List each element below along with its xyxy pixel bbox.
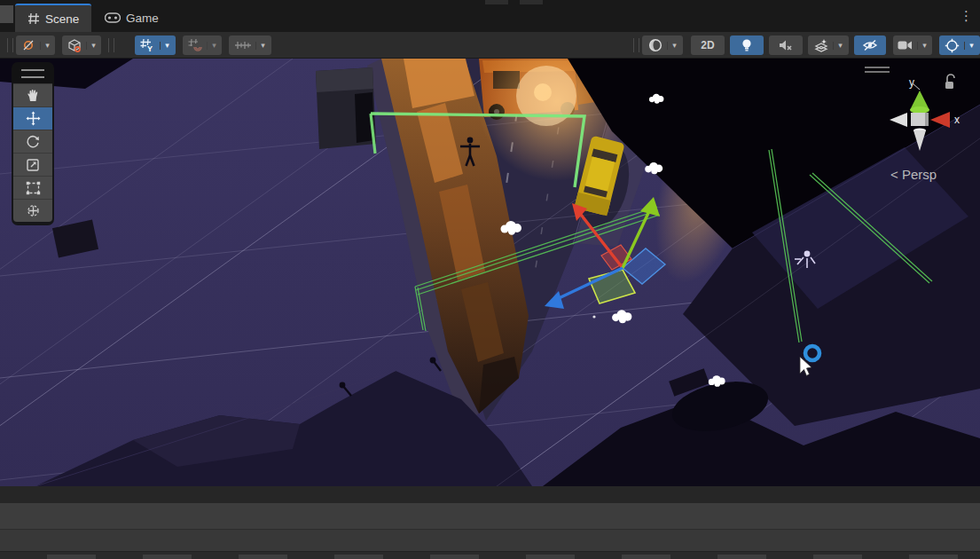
chevron-down-icon: ▾	[91, 42, 96, 50]
pivot-icon	[17, 39, 40, 51]
tab-game[interactable]: Game	[92, 4, 171, 32]
pivot-dropdown[interactable]: ▾	[40, 42, 55, 50]
rotate-icon	[26, 135, 40, 149]
background-tab-stub	[520, 0, 543, 4]
tool-rotate[interactable]	[13, 130, 52, 153]
camera-dropdown[interactable]: ▾	[917, 42, 932, 50]
search-scope-row: In Packages In Assets Selected folder	[0, 529, 980, 551]
project-panel-header: ⋮	[0, 486, 980, 503]
chevron-down-icon: ▾	[672, 42, 677, 50]
camera-icon	[894, 40, 917, 51]
tool-view-hand[interactable]	[13, 83, 52, 106]
audio-mute-button[interactable]	[769, 35, 803, 55]
scene-viewport[interactable]: y x < Persp	[0, 59, 980, 486]
chevron-down-icon: ▾	[969, 42, 974, 50]
effects-layers-icon	[810, 39, 833, 52]
orientation-dropdown[interactable]: ▾	[86, 42, 101, 50]
tab-scene-label: Scene	[45, 12, 79, 26]
project-search-row: × ★	[0, 503, 980, 529]
shading-dropdown[interactable]: ▾	[667, 42, 682, 50]
speaker-muted-icon	[779, 39, 793, 51]
scene-camera-button[interactable]: ▾	[893, 35, 932, 55]
background-tab-stub	[485, 0, 508, 4]
toolbar-separator	[7, 38, 13, 52]
gizmos-dropdown[interactable]: ▾	[964, 42, 979, 50]
asset-grid-top	[0, 551, 980, 559]
overlay-drag-handle[interactable]	[21, 69, 44, 78]
eye-slash-icon	[862, 39, 878, 51]
chevron-down-icon: ▾	[838, 42, 843, 50]
gamepad-icon	[105, 12, 121, 23]
tool-move[interactable]	[13, 106, 52, 130]
scene-grid-icon	[27, 12, 40, 25]
tool-rect[interactable]	[13, 176, 52, 199]
tab-bar: Scene Game ⋮	[0, 0, 980, 32]
scene-toolbar: ▾ ▾ Y ▾	[0, 32, 980, 59]
snap-dropdown[interactable]: ▾	[207, 42, 222, 50]
handle-orientation-button[interactable]: ▾	[62, 35, 101, 55]
axis-y-label: y	[909, 76, 914, 89]
light-bulb-icon	[741, 38, 752, 52]
shading-mode-button[interactable]: ▾	[642, 35, 683, 55]
gizmos-icon	[941, 38, 964, 53]
increment-dropdown[interactable]: ▾	[255, 42, 270, 50]
tool-transform[interactable]	[13, 199, 52, 222]
grid-axis-icon: Y	[137, 39, 160, 52]
grid-visibility-button[interactable]: Y ▾	[135, 35, 176, 55]
effects-dropdown[interactable]: ▾	[833, 42, 848, 50]
shaded-sphere-icon	[644, 38, 667, 52]
increment-snap-button[interactable]: ▾	[229, 35, 271, 55]
axis-x-label: x	[954, 114, 960, 126]
hand-icon	[26, 89, 40, 103]
tool-scale[interactable]	[13, 153, 52, 176]
transform-icon	[26, 203, 41, 218]
pivot-mode-button[interactable]: ▾	[16, 35, 55, 55]
chevron-down-icon: ▾	[212, 42, 216, 50]
snap-magnet-icon	[184, 39, 207, 52]
tools-overlay[interactable]	[12, 62, 54, 225]
grid-dropdown[interactable]: ▾	[160, 42, 175, 50]
chevron-down-icon: ▾	[45, 42, 50, 50]
scene-visibility-button[interactable]	[854, 35, 886, 55]
chevron-down-icon: ▾	[261, 42, 265, 50]
gray-truck[interactable]	[316, 67, 376, 149]
toolbar-separator	[633, 38, 639, 52]
panel-menu-icon[interactable]: ⋮	[960, 9, 973, 22]
scale-icon	[26, 158, 40, 172]
local-global-cube-icon	[63, 39, 86, 52]
chevron-down-icon: ▾	[922, 42, 927, 50]
gizmos-toggle-button[interactable]: ▾	[939, 35, 980, 55]
rect-tool-icon	[26, 181, 41, 195]
toolbar-separator	[108, 38, 114, 52]
tab-game-label: Game	[126, 12, 159, 25]
snap-button[interactable]: ▾	[183, 35, 222, 55]
unity-editor-window: Scene Game ⋮ ▾	[0, 0, 980, 559]
chevron-down-icon: ▾	[165, 42, 169, 50]
toggle-2d-button[interactable]: 2D	[691, 35, 725, 55]
persp-label[interactable]: Persp	[902, 167, 937, 182]
tab-scene[interactable]: Scene	[15, 4, 91, 32]
increment-ruler-icon	[231, 39, 255, 51]
asset-tile-tops	[0, 555, 980, 559]
dock-edge	[0, 5, 13, 23]
persp-arrow: <	[890, 167, 898, 182]
move-icon	[26, 111, 41, 126]
scene-lighting-button[interactable]	[730, 35, 764, 55]
scene-3d-view: y x < Persp	[0, 59, 980, 486]
effects-button[interactable]: ▾	[808, 35, 849, 55]
2d-label: 2D	[701, 39, 714, 51]
svg-text:Y: Y	[147, 44, 153, 52]
